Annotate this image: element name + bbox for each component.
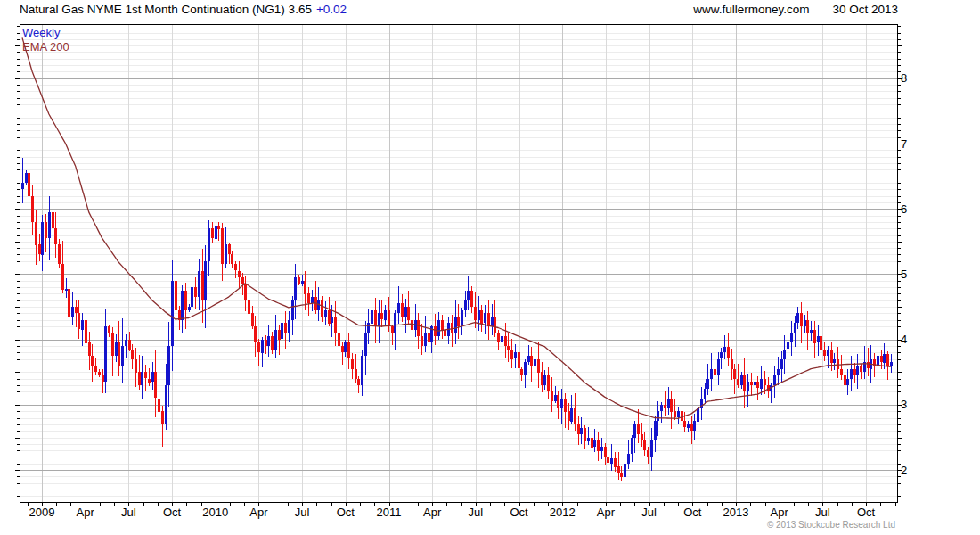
candle-down <box>860 366 862 372</box>
candle-down <box>35 222 37 245</box>
candle-up <box>301 281 304 284</box>
candle-down <box>591 438 593 448</box>
candle-up <box>693 421 696 431</box>
candle-down <box>321 300 323 317</box>
candle-up <box>534 359 536 366</box>
candle-up <box>787 342 789 349</box>
x-tick-label: Oct <box>510 506 528 519</box>
candle-down <box>504 336 507 346</box>
candle-down <box>52 212 54 228</box>
candle-down <box>257 342 260 352</box>
candle-down <box>830 350 833 363</box>
candle-down <box>451 323 453 333</box>
candle-down <box>234 264 237 270</box>
candle-up <box>461 310 463 326</box>
candle-up <box>633 424 636 438</box>
candle-down <box>128 340 131 350</box>
candle-down <box>637 424 640 434</box>
candle-down <box>347 342 350 358</box>
x-tick-label: 2012 <box>550 506 576 519</box>
candle-up <box>281 323 283 339</box>
candle-down <box>131 350 134 359</box>
candle-down <box>31 196 34 222</box>
x-tick-label: Apr <box>77 506 95 519</box>
candle-down <box>840 369 843 375</box>
x-axis-labels: 2009AprJulOct2010AprJulOct2011AprJulOct2… <box>29 506 876 519</box>
candle-up <box>25 173 28 183</box>
candle-down <box>867 362 870 368</box>
candle-down <box>78 313 80 329</box>
candle-down <box>643 440 646 450</box>
candle-down <box>844 375 846 385</box>
candle-up <box>41 222 44 255</box>
candle-up <box>371 310 373 324</box>
candle-up <box>71 307 74 317</box>
candle-up <box>188 307 191 310</box>
candle-down <box>228 244 231 254</box>
candle-up <box>317 300 320 310</box>
candle-up <box>48 212 51 238</box>
candle-up <box>780 359 783 369</box>
candle-up <box>783 350 786 359</box>
candle-down <box>184 291 187 310</box>
candle-down <box>597 440 600 451</box>
candle-down <box>411 320 413 330</box>
ema-overlay <box>22 37 891 418</box>
candle-up <box>720 352 723 358</box>
candle-up <box>467 291 470 300</box>
candle-up <box>437 320 440 336</box>
candle-down <box>102 375 104 382</box>
candle-down <box>158 399 160 412</box>
candle-up <box>660 405 663 411</box>
chart-legend: Weekly EMA 200 <box>22 26 69 54</box>
candle-up <box>267 336 270 346</box>
x-tick-label: Jul <box>295 506 310 519</box>
candle-up <box>587 438 590 441</box>
candle-down <box>88 342 91 356</box>
candle-down <box>118 342 120 366</box>
y-tick-label: 6 <box>901 202 907 216</box>
x-tick-label: Apr <box>249 506 268 519</box>
candle-up <box>856 366 859 375</box>
plot-frame <box>15 25 902 507</box>
candle-down <box>161 411 164 424</box>
x-tick-label: Apr <box>423 506 442 519</box>
candle-down <box>248 300 250 314</box>
candle-up <box>677 411 680 417</box>
candle-up <box>294 277 297 300</box>
candle-down <box>577 424 580 434</box>
candle-up <box>817 336 820 342</box>
candle-down <box>733 369 736 379</box>
candle-down <box>194 287 197 297</box>
candle-up <box>524 362 527 375</box>
candle-up <box>311 297 314 303</box>
candle-up <box>291 300 294 320</box>
candle-down <box>510 350 513 359</box>
candle-up <box>796 313 799 323</box>
copyright-notice: © 2013 Stockcube Research Ltd <box>767 520 895 530</box>
candle-down <box>391 326 394 333</box>
ema-200-line <box>22 37 891 418</box>
candle-up <box>877 356 879 366</box>
candle-down <box>357 379 360 385</box>
candle-down <box>278 330 281 340</box>
candle-up <box>631 438 633 454</box>
candle-down <box>98 372 101 375</box>
x-tick-label: 2009 <box>29 506 55 519</box>
candle-down <box>45 222 47 238</box>
candle-down <box>388 310 390 326</box>
legend-ema-200: EMA 200 <box>22 40 69 54</box>
candle-up <box>225 244 227 264</box>
candle-down <box>338 333 340 346</box>
price-chart-canvas: 23456782009AprJulOct2010AprJulOct2011Apr… <box>0 0 980 535</box>
candle-up <box>773 375 776 385</box>
candle-down <box>175 281 177 310</box>
candle-up <box>704 389 706 399</box>
candle-down <box>714 369 716 375</box>
candle-down <box>380 313 383 319</box>
candle-up <box>404 307 407 317</box>
candle-down <box>241 277 244 284</box>
candle-down <box>417 320 420 336</box>
x-tick-label: 2013 <box>723 506 749 519</box>
candle-up <box>710 369 713 379</box>
